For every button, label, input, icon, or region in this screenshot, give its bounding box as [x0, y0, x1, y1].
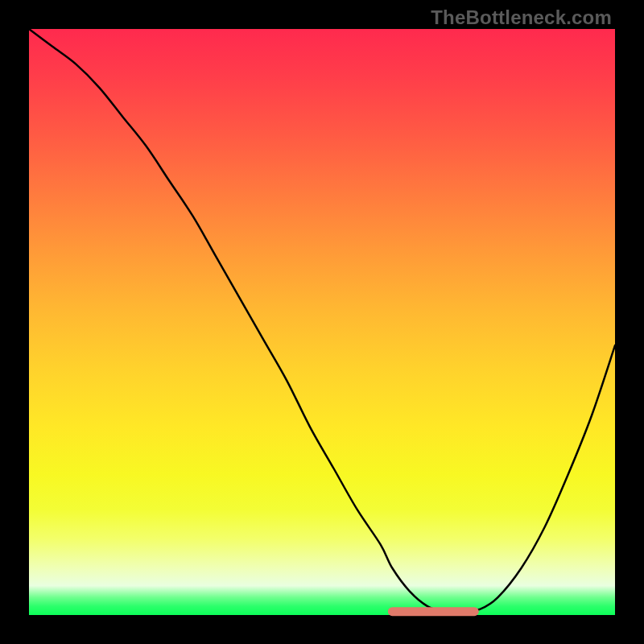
- watermark-text: TheBottleneck.com: [431, 6, 612, 29]
- bottleneck-curve: [29, 29, 615, 613]
- chart-container: TheBottleneck.com: [0, 0, 644, 644]
- chart-svg: [29, 29, 615, 615]
